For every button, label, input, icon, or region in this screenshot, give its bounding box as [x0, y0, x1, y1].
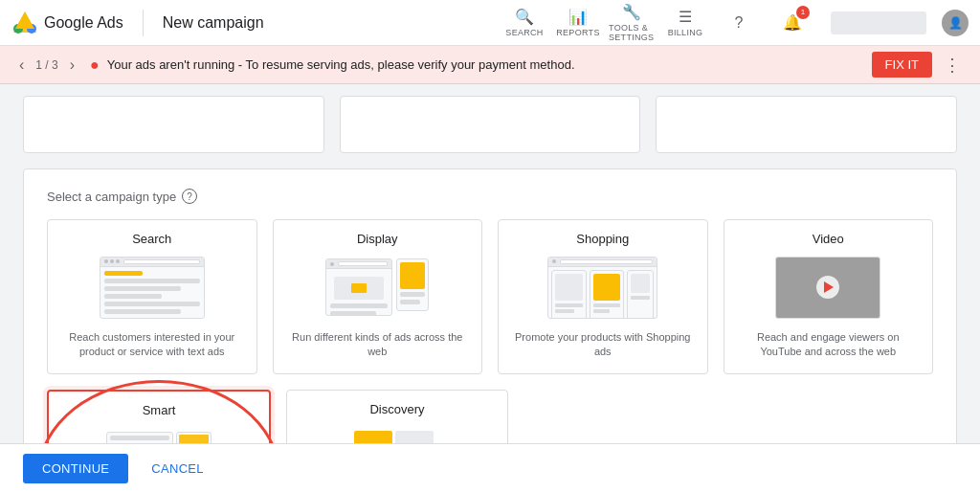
campaign-type-row-1: Search: [47, 219, 933, 374]
billing-nav-button[interactable]: ☰ BILLING: [662, 0, 708, 46]
google-ads-brand-text: Google Ads: [44, 14, 123, 32]
reports-nav-button[interactable]: 📊 REPORTS: [555, 0, 601, 46]
campaign-type-video-title: Video: [736, 232, 922, 246]
top-cards-row: [23, 84, 957, 153]
campaign-type-video-illustration: [736, 254, 922, 321]
section-label-text: Select a campaign type: [47, 190, 176, 204]
help-nav-button[interactable]: ?: [716, 0, 762, 46]
tools-nav-label: TOOLS & SETTINGS: [609, 23, 655, 42]
campaign-type-shopping-illustration: [510, 254, 696, 321]
alert-bar: ‹ 1 / 3 › ● Your ads aren't running - To…: [0, 46, 980, 84]
campaign-type-display-illustration: [285, 254, 471, 321]
campaign-type-search-desc: Reach customers interested in your produ…: [59, 330, 245, 360]
campaign-type-panel: Select a campaign type ? Search: [23, 168, 957, 443]
svg-marker-4: [15, 11, 34, 29]
campaign-type-display[interactable]: Display: [273, 219, 483, 374]
account-box: [831, 11, 926, 34]
google-ads-logo: Google Ads: [11, 10, 123, 36]
grid-spacer-1: [523, 390, 721, 443]
breadcrumb-nav: ‹ 1 / 3 ›: [15, 55, 78, 76]
grid-spacer-2: [736, 390, 933, 443]
campaign-type-shopping-desc: Promote your products with Shopping ads: [510, 330, 696, 360]
prev-page-button[interactable]: ‹: [15, 55, 28, 76]
campaign-type-discovery-illustration: [299, 424, 496, 443]
page-indicator: 1 / 3: [35, 58, 57, 72]
search-nav-button[interactable]: 🔍 SEARCH: [501, 0, 547, 46]
play-icon: [816, 276, 839, 299]
alert-more-button[interactable]: ⋮: [940, 51, 965, 79]
alert-icon: ●: [90, 56, 100, 74]
reports-nav-label: REPORTS: [556, 28, 599, 37]
top-card-3: [656, 96, 957, 153]
campaign-type-display-desc: Run different kinds of ads across the we…: [285, 330, 471, 360]
campaign-type-video-desc: Reach and engage viewers on YouTube and …: [736, 330, 922, 360]
campaign-type-discovery[interactable]: Discovery Run ads on YouT: [286, 390, 508, 443]
nav-divider: [143, 10, 144, 36]
alert-message: Your ads aren't running - To resume serv…: [107, 57, 872, 72]
avatar-icon: 👤: [948, 16, 963, 30]
campaign-type-video[interactable]: Video Reach and engage viewers on YouTub…: [724, 219, 934, 374]
reports-nav-icon: 📊: [568, 8, 588, 26]
nav-right: 🔍 SEARCH 📊 REPORTS 🔧 TOOLS & SETTINGS ☰ …: [501, 0, 969, 46]
tools-nav-button[interactable]: 🔧 TOOLS & SETTINGS: [609, 0, 655, 46]
notification-badge: 1: [796, 6, 810, 19]
billing-nav-icon: ☰: [679, 8, 692, 26]
google-ads-logo-icon: [11, 10, 38, 36]
fix-it-button[interactable]: FIX IT: [872, 52, 932, 78]
search-nav-label: SEARCH: [505, 28, 543, 37]
main-content: Select a campaign type ? Search: [0, 84, 980, 443]
campaign-type-search[interactable]: Search: [47, 219, 257, 374]
help-nav-icon: ?: [735, 14, 744, 32]
section-label: Select a campaign type ?: [47, 189, 933, 204]
billing-nav-label: BILLING: [668, 28, 703, 37]
next-page-button[interactable]: ›: [66, 55, 78, 76]
help-icon[interactable]: ?: [182, 189, 197, 204]
notifications-button[interactable]: 🔔 1: [769, 0, 815, 46]
campaign-type-smart-title: Smart: [60, 403, 257, 417]
top-card-2: [340, 96, 641, 153]
top-navigation: Google Ads New campaign 🔍 SEARCH 📊 REPOR…: [0, 0, 980, 46]
campaign-type-smart-illustration: [60, 425, 257, 443]
campaign-type-search-illustration: [59, 254, 245, 321]
account-selector[interactable]: [823, 8, 934, 38]
top-card-1: [23, 96, 324, 153]
avatar[interactable]: 👤: [942, 10, 969, 36]
campaign-type-smart[interactable]: Smart: [47, 390, 271, 443]
search-nav-icon: 🔍: [515, 8, 534, 26]
campaign-type-shopping-title: Shopping: [510, 232, 696, 246]
campaign-type-discovery-title: Discovery: [299, 402, 496, 416]
campaign-type-display-title: Display: [285, 232, 471, 246]
campaign-type-row-2: Smart: [47, 390, 933, 443]
tools-nav-icon: 🔧: [622, 3, 641, 21]
page-title: New campaign: [163, 14, 264, 32]
nav-left: Google Ads New campaign: [11, 10, 264, 36]
campaign-type-search-title: Search: [59, 232, 245, 246]
campaign-type-shopping[interactable]: Shopping: [498, 219, 708, 374]
